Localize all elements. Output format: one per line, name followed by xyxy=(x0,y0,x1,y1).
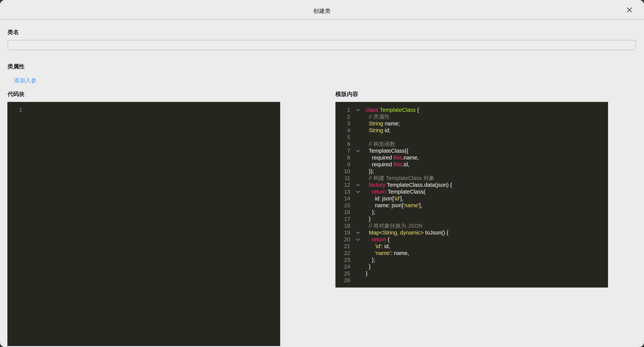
line-number: 22 xyxy=(336,250,350,256)
code-text: }); xyxy=(366,168,374,175)
code-text: // 类属性 xyxy=(366,113,390,120)
fold-gutter xyxy=(350,243,366,250)
code-line: 18 // 将对象转换为 JSON xyxy=(336,222,608,229)
chevron-down-icon[interactable] xyxy=(356,189,360,193)
code-line: 11 // 构建 TemplateClass 对象 xyxy=(336,175,608,181)
fold-gutter xyxy=(350,175,366,181)
fold-gutter xyxy=(350,120,366,127)
line-number: 7 xyxy=(336,147,350,154)
fold-gutter xyxy=(350,270,366,277)
line-number: 6 xyxy=(336,141,350,147)
line-number: 9 xyxy=(336,161,350,168)
line-number: 10 xyxy=(336,168,350,175)
line-number: 26 xyxy=(336,277,350,284)
fold-gutter xyxy=(350,106,366,113)
line-number: 14 xyxy=(336,195,350,202)
fold-gutter xyxy=(350,277,366,284)
code-text: String id; xyxy=(366,127,390,134)
line-number: 17 xyxy=(336,216,350,222)
chevron-down-icon[interactable] xyxy=(356,148,360,152)
line-number: 23 xyxy=(336,256,350,263)
line-number: 1 xyxy=(8,106,22,113)
chevron-down-icon[interactable] xyxy=(356,230,360,234)
code-block-editor[interactable]: 1 xyxy=(8,102,280,346)
template-content-editor[interactable]: 1class TemplateClass {2 // 类属性3 String n… xyxy=(336,102,608,287)
code-line: 5 xyxy=(336,134,608,141)
close-button[interactable] xyxy=(626,7,632,13)
code-line: 4 String id; xyxy=(336,127,608,134)
code-line: 26 xyxy=(336,277,608,284)
dialog-title: 创建类 xyxy=(0,7,644,15)
class-attributes-label: 类属性 xyxy=(8,63,24,71)
code-line: 15 name: json['name'], xyxy=(336,202,608,209)
fold-gutter xyxy=(350,256,366,263)
fold-gutter xyxy=(350,263,366,270)
code-line: 13 return TemplateClass( xyxy=(336,188,608,195)
code-line: 23 }; xyxy=(336,256,608,263)
fold-gutter xyxy=(22,106,38,113)
fold-gutter xyxy=(350,236,366,243)
fold-gutter xyxy=(350,141,366,147)
code-text: 'name': name, xyxy=(366,250,409,256)
fold-gutter xyxy=(350,250,366,256)
code-line: 24 } xyxy=(336,263,608,270)
code-text: // 构建 TemplateClass 对象 xyxy=(366,175,434,181)
add-param-link[interactable]: 添加入参 xyxy=(14,77,36,85)
chevron-down-icon[interactable] xyxy=(356,107,360,111)
code-text: class TemplateClass { xyxy=(366,106,419,113)
code-line: 20 return { xyxy=(336,236,608,243)
fold-gutter xyxy=(350,216,366,222)
line-number: 24 xyxy=(336,263,350,270)
chevron-down-icon[interactable] xyxy=(356,182,360,186)
line-number: 20 xyxy=(336,236,350,243)
fold-gutter xyxy=(350,113,366,120)
code-text: } xyxy=(366,270,368,277)
fold-gutter xyxy=(350,147,366,154)
line-number: 11 xyxy=(336,175,350,181)
code-text: TemplateClass({ xyxy=(366,147,408,154)
code-line: 8 required this.name, xyxy=(336,154,608,161)
fold-gutter xyxy=(350,209,366,216)
line-number: 5 xyxy=(336,134,350,141)
dialog-header: 创建类 xyxy=(0,0,644,20)
line-number: 21 xyxy=(336,243,350,250)
code-line: 12 factory TemplateClass.data(json) { xyxy=(336,181,608,188)
fold-gutter xyxy=(350,229,366,236)
code-text: Map<String, dynamic> toJson() { xyxy=(366,229,448,236)
code-line: 1 xyxy=(8,106,280,113)
line-number: 8 xyxy=(336,154,350,161)
class-name-input[interactable] xyxy=(8,40,636,50)
line-number: 12 xyxy=(336,181,350,188)
line-number: 3 xyxy=(336,120,350,127)
code-text: // 将对象转换为 JSON xyxy=(366,222,422,229)
code-text: factory TemplateClass.data(json) { xyxy=(366,181,452,188)
line-number: 1 xyxy=(336,106,350,113)
line-number: 16 xyxy=(336,209,350,216)
code-line: 14 id: json['id'], xyxy=(336,195,608,202)
line-number: 19 xyxy=(336,229,350,236)
code-text: }; xyxy=(366,256,375,263)
code-text: // 构造函数 xyxy=(366,141,395,147)
line-number: 18 xyxy=(336,222,350,229)
line-number: 4 xyxy=(336,127,350,134)
code-text: ); xyxy=(366,209,375,216)
code-line: 9 required this.id, xyxy=(336,161,608,168)
template-content-label: 模版内容 xyxy=(336,90,358,98)
code-line: 21 'id': id, xyxy=(336,243,608,250)
code-text: required this.id, xyxy=(366,161,410,168)
line-number: 2 xyxy=(336,113,350,120)
code-text: 'id': id, xyxy=(366,243,390,250)
code-line: 3 String name; xyxy=(336,120,608,127)
code-text: id: json['id'], xyxy=(366,195,403,202)
code-line: 6 // 构造函数 xyxy=(336,141,608,147)
fold-gutter xyxy=(350,181,366,188)
fold-gutter xyxy=(350,222,366,229)
fold-gutter xyxy=(350,202,366,209)
code-text: } xyxy=(366,263,371,270)
chevron-down-icon[interactable] xyxy=(356,237,360,241)
fold-gutter xyxy=(350,188,366,195)
fold-gutter xyxy=(350,168,366,175)
code-line: 16 ); xyxy=(336,209,608,216)
fold-gutter xyxy=(350,195,366,202)
line-number: 13 xyxy=(336,188,350,195)
